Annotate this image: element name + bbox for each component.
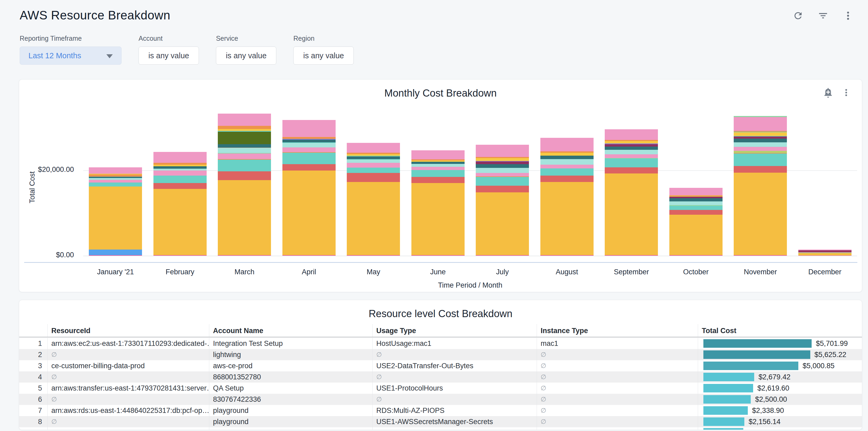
- bar-segment-red[interactable]: [605, 167, 658, 174]
- bar-segment-pink[interactable]: [89, 180, 142, 183]
- bar-segment-yellowgreen[interactable]: [734, 151, 787, 153]
- column-header-resourceid[interactable]: ResourceId: [47, 324, 209, 337]
- bar-segment-yellow[interactable]: [605, 141, 658, 144]
- bar-july[interactable]: [470, 107, 535, 256]
- bar-segment-pink[interactable]: [540, 138, 594, 151]
- bar-segment-darkteal[interactable]: [218, 144, 271, 148]
- bar-segment-yellow[interactable]: [540, 153, 594, 156]
- bar-segment-pink[interactable]: [734, 117, 787, 131]
- cell-account-name[interactable]: 868001352780: [209, 371, 372, 382]
- bar-september[interactable]: [599, 107, 664, 256]
- bar-segment-teal[interactable]: [89, 183, 142, 186]
- bar-segment-amber[interactable]: [476, 192, 529, 255]
- bar-segment-red[interactable]: [411, 177, 465, 183]
- bar-segment-amber[interactable]: [282, 171, 336, 255]
- bar-segment-darkteal[interactable]: [605, 147, 658, 150]
- bar-segment-amber[interactable]: [669, 215, 722, 255]
- bar-segment-pink[interactable]: [153, 152, 207, 162]
- bar-segment-pink[interactable]: [669, 188, 722, 195]
- table-row[interactable]: 2∅lightwing∅∅$5,625.22: [19, 349, 862, 360]
- bar-segment-lightcyan[interactable]: [605, 150, 658, 154]
- cell-account-name[interactable]: playground: [209, 416, 372, 427]
- bar-segment-teal[interactable]: [540, 168, 594, 176]
- bar-segment-maroon[interactable]: [734, 136, 787, 138]
- cell-usage-type[interactable]: HostUsage:mac1: [372, 338, 537, 349]
- bar-segment-teal[interactable]: [153, 176, 207, 183]
- bar-segment-teal[interactable]: [282, 153, 336, 164]
- column-header-instance-type[interactable]: Instance Type: [537, 324, 698, 337]
- cell-total-cost[interactable]: $2,156.14: [698, 416, 862, 427]
- bar-segment-darkteal[interactable]: [153, 166, 207, 169]
- bar-segment-amber[interactable]: [89, 186, 142, 250]
- bar-segment-teal[interactable]: [669, 206, 722, 210]
- cell-account-name[interactable]: lightwing: [209, 349, 372, 360]
- bar-segment-lightcyan[interactable]: [347, 160, 400, 163]
- cell-total-cost[interactable]: $5,625.22: [698, 349, 862, 360]
- bar-segment-pink[interactable]: [540, 165, 594, 168]
- bar-segment-lightcyan[interactable]: [669, 202, 722, 205]
- bar-segment-maroon[interactable]: [605, 144, 658, 147]
- cell-account-name[interactable]: aws-ce-prod: [209, 360, 372, 371]
- cell-total-cost[interactable]: $2,679.42: [698, 371, 862, 382]
- bar-segment-teal[interactable]: [411, 170, 465, 177]
- bar-segment-amber[interactable]: [411, 183, 465, 255]
- bar-segment-pink[interactable]: [347, 163, 400, 167]
- cell-usage-type[interactable]: RDS:Multi-AZ-PIOPS: [372, 405, 537, 416]
- bar-segment-pink[interactable]: [411, 167, 465, 170]
- table-row[interactable]: 6∅830767422336∅∅$2,500.00: [19, 394, 862, 405]
- cell-usage-type[interactable]: USE2-DataTransfer-Out-Bytes: [372, 360, 537, 371]
- alert-bell-plus-icon[interactable]: [823, 87, 834, 98]
- filter-value-button[interactable]: is any value: [293, 47, 354, 65]
- table-row[interactable]: 3ce-customer-billing-data-prodaws-ce-pro…: [19, 360, 862, 371]
- bar-segment-lightcyan[interactable]: [411, 164, 465, 167]
- refresh-icon[interactable]: [793, 10, 804, 21]
- timeframe-dropdown[interactable]: Last 12 Months: [20, 47, 122, 65]
- cell-usage-type[interactable]: USE1-ProtocolHours: [372, 382, 537, 394]
- bar-segment-pink[interactable]: [605, 154, 658, 158]
- bar-segment-darkteal[interactable]: [347, 156, 400, 159]
- bar-segment-orange[interactable]: [218, 126, 271, 129]
- bar-segment-lightcyan[interactable]: [218, 148, 271, 153]
- table-row[interactable]: 7arn:aws:rds:us-east-1:448640225317:db:p…: [19, 405, 862, 416]
- bar-segment-pink[interactable]: [89, 167, 142, 174]
- cell-account-name[interactable]: Integration Test Setup: [209, 338, 372, 349]
- bar-segment-orange[interactable]: [282, 137, 336, 139]
- bar-segment-amber[interactable]: [734, 173, 787, 255]
- bar-segment-pink[interactable]: [282, 120, 336, 137]
- cell-total-cost[interactable]: $2,338.90: [698, 405, 862, 416]
- cell-account-name[interactable]: QA Setup: [209, 382, 372, 394]
- table-row[interactable]: 4∅868001352780∅∅$2,679.42: [19, 371, 862, 382]
- column-header-account-name[interactable]: Account Name: [209, 324, 372, 337]
- bar-segment-darkteal[interactable]: [282, 140, 336, 142]
- bar-december[interactable]: [793, 107, 857, 256]
- bar-segment-amber[interactable]: [540, 182, 594, 255]
- bar-segment-olive[interactable]: [218, 132, 271, 144]
- bar-segment-pink[interactable]: [282, 147, 336, 152]
- column-header-total-cost[interactable]: Total Cost: [698, 324, 862, 337]
- bar-segment-lightcyan[interactable]: [540, 159, 594, 165]
- bar-segment-pink[interactable]: [476, 173, 529, 177]
- filter-value-button[interactable]: is any value: [216, 47, 276, 65]
- bar-segment-pink[interactable]: [218, 154, 271, 159]
- bar-segment-amber[interactable]: [798, 253, 851, 255]
- cell-account-name[interactable]: playground: [209, 405, 372, 416]
- cell-instance-type[interactable]: mac1: [537, 338, 698, 349]
- cell-resource-id[interactable]: arn:aws:ec2:us-east-1:733017110293:dedic…: [47, 338, 209, 349]
- bar-segment-amber[interactable]: [153, 189, 207, 255]
- cell-total-cost[interactable]: $5,000.85: [698, 360, 862, 371]
- bar-segment-pink[interactable]: [218, 114, 271, 126]
- bar-segment-red[interactable]: [282, 164, 336, 171]
- more-vertical-icon[interactable]: [842, 10, 854, 21]
- bar-segment-maroon[interactable]: [476, 161, 529, 164]
- bar-november[interactable]: [728, 107, 793, 256]
- bar-segment-amber[interactable]: [218, 180, 271, 255]
- cell-usage-type[interactable]: USE1-AWSSecretsManager-Secrets: [372, 416, 537, 427]
- column-header-usage-type[interactable]: Usage Type: [372, 324, 537, 337]
- table-row[interactable]: 5arn:aws:transfer:us-east-1:479370281431…: [19, 382, 862, 394]
- bar-segment-amber[interactable]: [605, 174, 658, 255]
- bar-june[interactable]: [406, 107, 470, 256]
- bar-segment-yellow[interactable]: [476, 158, 529, 161]
- filter-value-button[interactable]: is any value: [138, 47, 199, 65]
- bar-segment-red[interactable]: [476, 186, 529, 192]
- bar-segment-orange[interactable]: [153, 163, 207, 165]
